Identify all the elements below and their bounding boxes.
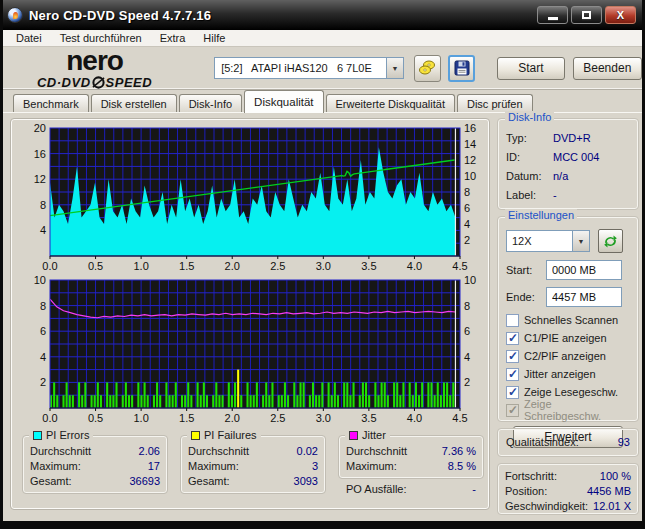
checkbox-jitter[interactable]: Jitter anzeigen (506, 367, 630, 381)
pi-failures-statbox: PI Failures Durchschnitt0.02 Maximum:3 G… (180, 435, 326, 494)
svg-text:8: 8 (464, 300, 470, 312)
disc-type-value: DVD+R (553, 129, 591, 148)
checkbox-lesegeschwindigkeit[interactable]: Zeige Lesegeschw. (506, 385, 630, 399)
checkbox-icon (506, 404, 519, 417)
eject-disc-button[interactable] (414, 55, 441, 82)
disc-stack-icon (418, 59, 436, 77)
refresh-icon (603, 234, 618, 249)
chevron-down-icon[interactable]: ▼ (386, 58, 403, 78)
minimize-button[interactable] (537, 6, 568, 24)
menu-datei[interactable]: Datei (7, 30, 51, 46)
svg-text:3.0: 3.0 (316, 412, 331, 424)
maximize-button[interactable] (571, 6, 602, 24)
start-position-field[interactable] (546, 260, 622, 280)
tab-disk-erstellen[interactable]: Disk erstellen (91, 94, 177, 113)
close-button[interactable]: X (605, 6, 636, 24)
speed-selector[interactable]: 12X ▼ (506, 230, 590, 252)
checkbox-schnelles-scannen[interactable]: Schnelles Scannen (506, 313, 630, 327)
svg-text:4: 4 (464, 218, 470, 230)
speed-value: 12.01 X (593, 499, 631, 514)
chevron-down-icon[interactable]: ▼ (572, 231, 589, 251)
checkbox-icon (506, 350, 519, 363)
svg-text:12: 12 (464, 154, 476, 166)
drive-selector[interactable]: [5:2] ATAPI iHAS120 6 7L0E ▼ (214, 57, 404, 79)
svg-text:2.5: 2.5 (270, 412, 285, 424)
jitter-maximum: 8.5 % (448, 459, 476, 474)
svg-text:1.0: 1.0 (133, 260, 148, 272)
jitter-statbox: Jitter Durchschnitt7.36 % Maximum:8.5 % (338, 435, 484, 479)
pi-errors-statbox: PI Errors Durchschnitt2.06 Maximum:17 Ge… (22, 435, 168, 494)
svg-text:4.0: 4.0 (407, 412, 422, 424)
checkbox-c2-pif[interactable]: C2/PIF anzeigen (506, 349, 630, 363)
checkbox-icon (506, 314, 519, 327)
scan-results-panel: 0.00.51.01.52.02.53.03.54.04.54812162024… (10, 118, 490, 510)
speed-selector-value: 12X (507, 235, 572, 247)
jitter-title: Jitter (362, 429, 386, 441)
disc-label-value: - (553, 186, 557, 205)
svg-text:0.5: 0.5 (88, 412, 103, 424)
svg-text:20: 20 (34, 122, 46, 134)
svg-text:4: 4 (40, 351, 46, 363)
tab-benchmark[interactable]: Benchmark (13, 94, 89, 113)
tab-bar: Benchmark Disk erstellen Disk-Info Diskq… (3, 90, 642, 113)
svg-text:4: 4 (464, 351, 470, 363)
refresh-button[interactable] (598, 229, 623, 253)
svg-text:1.0: 1.0 (133, 412, 148, 424)
pie-total: 36693 (129, 474, 160, 489)
app-icon (7, 7, 23, 23)
pi-errors-legend-icon (33, 431, 42, 440)
toolbar: nero CD·DVD SPEED [5:2] ATAPI iHAS120 6 … (3, 47, 642, 90)
svg-text:4: 4 (40, 224, 46, 236)
nero-logo: nero CD·DVD SPEED (31, 47, 158, 89)
checkbox-icon (506, 332, 519, 345)
start-button[interactable]: Start (497, 57, 564, 80)
checkbox-c1-pie[interactable]: C1/PIE anzeigen (506, 331, 630, 345)
pif-average: 0.02 (297, 444, 318, 459)
window-title: Nero CD-DVD Speed 4.7.7.16 (29, 8, 211, 23)
svg-text:12: 12 (34, 173, 46, 185)
floppy-save-icon (454, 60, 470, 76)
quality-index-box: Qualitätsindex: 93 (497, 428, 639, 457)
svg-text:8: 8 (40, 300, 46, 312)
svg-text:2.0: 2.0 (225, 260, 240, 272)
svg-text:14: 14 (464, 138, 476, 150)
end-position-field[interactable] (546, 287, 622, 307)
menu-test-durchfuehren[interactable]: Test durchführen (51, 30, 151, 46)
svg-text:4.5: 4.5 (452, 412, 467, 424)
progress-box: Fortschritt:100 % Position:4456 MB Gesch… (497, 463, 639, 515)
tab-diskqualitaet[interactable]: Diskqualität (244, 90, 323, 113)
svg-text:16: 16 (34, 148, 46, 160)
svg-text:2: 2 (464, 234, 470, 246)
svg-text:4.0: 4.0 (407, 260, 422, 272)
close-icon: X (617, 9, 624, 21)
progress-percent: 100 % (600, 469, 631, 484)
tab-erweiterte-diskqualitaet[interactable]: Erweiterte Diskqualität (326, 94, 455, 113)
svg-text:16: 16 (464, 122, 476, 134)
menu-hilfe[interactable]: Hilfe (194, 30, 234, 46)
disc-icon (92, 76, 105, 89)
tab-disk-info[interactable]: Disk-Info (179, 94, 242, 113)
drive-selector-value: [5:2] ATAPI iHAS120 6 7L0E (215, 62, 386, 74)
pif-maximum: 3 (312, 459, 318, 474)
jitter-average: 7.36 % (442, 444, 476, 459)
svg-text:3.5: 3.5 (361, 412, 376, 424)
pif-total: 3093 (294, 474, 318, 489)
svg-text:2: 2 (40, 376, 46, 388)
po-failures-value: - (472, 483, 476, 495)
disk-info-group: Disk-Info Typ:DVD+R ID:MCC 004 Datum:n/a… (497, 118, 639, 210)
minimize-icon (548, 17, 558, 20)
jitter-legend-icon (349, 431, 358, 440)
quit-button[interactable]: Beenden (573, 57, 642, 80)
svg-text:3.5: 3.5 (361, 260, 376, 272)
menu-extra[interactable]: Extra (151, 30, 195, 46)
checkbox-icon (506, 386, 519, 399)
save-button[interactable] (448, 55, 475, 82)
pie-maximum: 17 (148, 459, 160, 474)
svg-text:4.5: 4.5 (452, 260, 467, 272)
svg-text:6: 6 (464, 325, 470, 337)
pi-failures-title: PI Failures (204, 429, 257, 441)
po-failures-row: PO Ausfälle: - (338, 479, 484, 495)
disc-id-value: MCC 004 (553, 148, 599, 167)
quality-index-value: 93 (618, 436, 630, 456)
disc-date-value: n/a (553, 167, 568, 186)
